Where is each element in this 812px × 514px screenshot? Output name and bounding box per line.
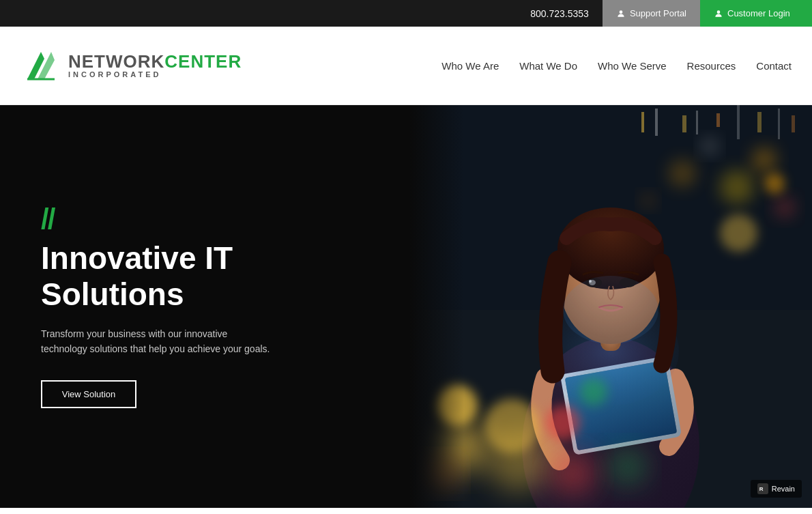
svg-point-12 (641, 194, 655, 208)
svg-text:R: R (759, 486, 763, 492)
view-solution-button[interactable]: View Solution (41, 380, 136, 408)
svg-rect-42 (682, 115, 686, 132)
svg-rect-40 (641, 112, 644, 132)
bokeh-light-4 (580, 378, 607, 405)
person-icon (616, 9, 626, 18)
hero-edge-blend (409, 105, 464, 508)
logo-brand: NETWORKCENTER (68, 53, 242, 70)
bokeh-light-5 (764, 173, 785, 194)
svg-point-10 (701, 138, 718, 154)
svg-point-7 (752, 147, 777, 172)
svg-point-8 (720, 170, 754, 204)
phone-number: 800.723.5353 (517, 8, 603, 19)
nav-who-we-are[interactable]: Who We Are (441, 60, 499, 72)
logo[interactable]: NETWORKCENTER INCORPORATED (20, 45, 242, 86)
svg-rect-45 (737, 105, 740, 139)
svg-point-11 (669, 160, 696, 187)
logo-icon (20, 45, 61, 86)
nav-contact[interactable]: Contact (756, 60, 792, 72)
revain-badge: R Revain (751, 480, 802, 498)
hero-section: // Innovative IT Solutions Transform you… (0, 105, 812, 508)
nav-what-we-do[interactable]: What We Do (519, 60, 577, 72)
nav-who-we-serve[interactable]: Who We Serve (598, 60, 667, 72)
svg-point-0 (620, 10, 623, 14)
bokeh-light-2 (484, 399, 539, 453)
hero-slash: // (41, 205, 368, 233)
svg-rect-46 (757, 112, 762, 132)
bokeh-light-3 (546, 405, 580, 440)
customer-login-button[interactable]: Customer Login (700, 0, 812, 27)
svg-point-37 (553, 453, 594, 494)
nav-resources[interactable]: Resources (687, 60, 736, 72)
svg-rect-44 (716, 113, 720, 127)
hero-description: Transform your business with our innovat… (41, 326, 273, 357)
top-bar: 800.723.5353 Support Portal Customer Log… (0, 0, 812, 27)
header: NETWORKCENTER INCORPORATED Who We Are Wh… (0, 27, 812, 105)
hero-title: Innovative IT Solutions (41, 240, 368, 313)
hero-image (409, 105, 812, 508)
logo-text: NETWORKCENTER INCORPORATED (68, 53, 242, 78)
main-nav: Who We Are What We Do Who We Serve Resou… (441, 60, 792, 72)
svg-point-1 (717, 10, 721, 14)
support-portal-button[interactable]: Support Portal (603, 0, 700, 27)
hero-content: // Innovative IT Solutions Transform you… (0, 105, 409, 508)
svg-point-34 (563, 276, 658, 344)
svg-point-38 (611, 450, 645, 484)
bokeh-light-6 (720, 214, 757, 252)
svg-rect-47 (778, 109, 780, 139)
svg-rect-48 (792, 115, 795, 132)
svg-point-9 (774, 197, 795, 218)
person-filled-icon (714, 9, 723, 18)
svg-rect-43 (696, 111, 698, 134)
logo-incorporated: INCORPORATED (68, 70, 242, 78)
svg-rect-41 (655, 109, 658, 136)
revain-icon: R (757, 483, 768, 494)
hero-portrait (409, 105, 812, 508)
